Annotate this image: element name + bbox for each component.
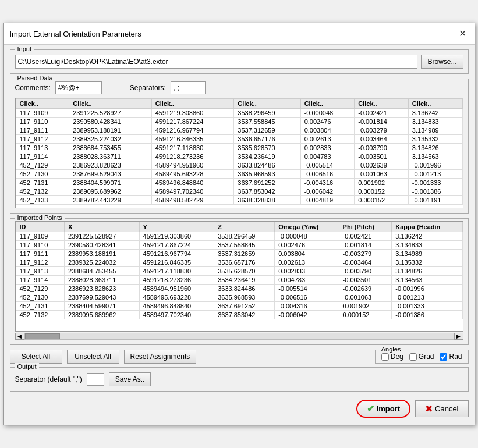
file-path-input[interactable] — [15, 55, 418, 69]
parsed-header-row: Click..Click..Click..Click..Click..Click… — [16, 99, 462, 109]
table-cell: 2389782.443229 — [69, 196, 152, 205]
table-cell: 452_7131 — [16, 302, 64, 311]
cancel-button[interactable]: ✖ Cancel — [415, 400, 468, 417]
imported-table: IDXYZOmega (Yaw)Phi (Pitch)Kappa (Headin… — [16, 222, 463, 319]
separator-label: Separator (default ",") — [15, 375, 82, 383]
table-cell: 4589495.693228 — [151, 170, 234, 179]
table-row[interactable]: 117_91142388028.3637114591218.2732363534… — [16, 276, 462, 285]
parsed-col-header[interactable]: Click.. — [16, 99, 69, 109]
dialog-body: Input Browse... Parsed Data Comments: Se… — [4, 45, 475, 425]
table-cell: 3.134833 — [408, 118, 462, 126]
input-group-label: Input — [15, 45, 34, 52]
scroll-left-btn[interactable]: ◀ — [15, 333, 24, 340]
table-cell: 3.134826 — [392, 267, 462, 276]
table-cell: 2388028.363711 — [69, 152, 152, 161]
table-row[interactable]: 117_91092391225.5289274591219.3038603538… — [16, 232, 462, 241]
table-row[interactable]: 452_71322389095.6899624589497.7023403637… — [16, 311, 462, 319]
browse-button[interactable]: Browse... — [421, 55, 463, 69]
table-cell: 0.000152 — [339, 311, 392, 319]
table-cell: 2389953.188191 — [64, 250, 139, 258]
table-row: 117_91112389953.1881914591216.9677943537… — [16, 126, 462, 135]
grad-checkbox-label[interactable]: Grad — [409, 353, 434, 361]
parsed-col-header[interactable]: Click.. — [234, 99, 300, 109]
save-as-button[interactable]: Save As.. — [109, 372, 151, 386]
table-cell: -0.001063 — [339, 293, 392, 302]
table-cell: 3633.824486 — [214, 285, 275, 293]
table-cell: 2388684.753455 — [64, 267, 139, 276]
table-cell: 117_9110 — [16, 241, 64, 250]
imported-col-header[interactable]: X — [64, 222, 139, 232]
table-cell: 3.134989 — [408, 126, 462, 135]
grad-checkbox[interactable] — [409, 353, 417, 361]
deg-checkbox-label[interactable]: Deg — [381, 353, 403, 361]
table-cell: -0.003501 — [355, 152, 409, 161]
comments-input[interactable] — [55, 81, 102, 94]
imported-col-header[interactable]: Kappa (Headin — [392, 222, 462, 232]
table-cell: -0.001814 — [339, 241, 392, 250]
table-cell: 117_9110 — [16, 118, 69, 126]
table-row[interactable]: 452_71302387699.5290434589495.6932283635… — [16, 293, 462, 302]
imported-col-header[interactable]: Omega (Yaw) — [275, 222, 339, 232]
parsed-col-header[interactable]: Click.. — [69, 99, 152, 109]
table-row[interactable]: 117_91132388684.7534554591217.1188303535… — [16, 267, 462, 276]
table-cell: 3535.628570 — [214, 267, 275, 276]
table-cell: 3537.558845 — [234, 118, 300, 126]
table-cell: 452_7130 — [16, 293, 64, 302]
parsed-col-header[interactable]: Click.. — [151, 99, 234, 109]
rad-checkbox-label[interactable]: Rad — [440, 353, 462, 361]
imported-col-header[interactable]: Z — [214, 222, 275, 232]
imported-col-header[interactable]: Phi (Pitch) — [339, 222, 392, 232]
separator-input[interactable] — [87, 373, 104, 386]
unselect-all-button[interactable]: Unselect All — [67, 350, 119, 364]
parsed-col-header[interactable]: Click.. — [408, 99, 462, 109]
table-row[interactable]: 117_91122389325.2240324591216.8463353536… — [16, 258, 462, 267]
close-button[interactable]: ✕ — [456, 28, 469, 40]
deg-checkbox[interactable] — [381, 353, 389, 361]
table-cell: -0.001063 — [355, 170, 409, 179]
parsed-col-header[interactable]: Click.. — [355, 99, 409, 109]
table-cell: 2386923.828623 — [64, 285, 139, 293]
table-cell: 117_9112 — [16, 258, 64, 267]
parsed-table-container[interactable]: Click..Click..Click..Click..Click..Click… — [15, 98, 463, 208]
table-cell: 452_7129 — [16, 161, 69, 170]
import-button[interactable]: ✔ Import — [356, 400, 410, 418]
table-cell: 117_9111 — [16, 250, 64, 258]
table-row[interactable]: 117_91112389953.1881914591216.9677943537… — [16, 250, 462, 258]
table-cell: 117_9112 — [16, 135, 69, 144]
separators-input[interactable] — [171, 81, 206, 94]
scroll-thumb[interactable] — [25, 333, 60, 339]
table-row[interactable]: 452_71292386923.8286234589494.9519603633… — [16, 285, 462, 293]
scroll-right-btn[interactable]: ▶ — [454, 333, 463, 340]
table-cell: 2390580.428341 — [69, 118, 152, 126]
angles-group: Angles Deg Grad Rad — [375, 350, 469, 364]
table-cell: 117_9111 — [16, 126, 69, 135]
table-cell: 0.004783 — [275, 276, 339, 285]
table-cell: 117_9113 — [16, 267, 64, 276]
table-row[interactable]: 452_71312388404.5990714589496.8488403637… — [16, 302, 462, 311]
table-row[interactable]: 117_91102390580.4283414591217.8672243537… — [16, 241, 462, 250]
table-cell: 452_7129 — [16, 285, 64, 293]
rad-checkbox[interactable] — [440, 353, 447, 361]
table-cell: 3635.968593 — [234, 170, 300, 179]
table-cell: -0.001386 — [408, 187, 462, 196]
parsed-table-body: 117_91092391225.5289274591219.3038603538… — [16, 109, 462, 205]
table-cell: 452_7130 — [16, 170, 69, 179]
table-cell: 4591219.303860 — [139, 232, 214, 241]
select-all-button[interactable]: Select All — [10, 350, 62, 364]
input-row: Browse... — [15, 55, 463, 69]
input-group: Input Browse... — [10, 49, 469, 74]
scroll-track[interactable] — [24, 333, 454, 340]
imported-col-header[interactable]: ID — [16, 222, 64, 232]
comments-label: Comments: — [15, 84, 51, 92]
parsed-table: Click..Click..Click..Click..Click..Click… — [16, 98, 463, 205]
dialog: Import External Orientation Parameters ✕… — [3, 23, 475, 425]
reset-assignments-button[interactable]: Reset Assignments — [124, 350, 197, 364]
imported-table-container[interactable]: IDXYZOmega (Yaw)Phi (Pitch)Kappa (Headin… — [15, 221, 463, 332]
parsed-col-header[interactable]: Click.. — [300, 99, 355, 109]
table-cell: 3.134989 — [392, 250, 462, 258]
imported-col-header[interactable]: Y — [139, 222, 214, 232]
table-cell: -0.006516 — [300, 170, 355, 179]
table-cell: 3.135332 — [392, 258, 462, 267]
table-cell: -0.003279 — [339, 250, 392, 258]
table-cell: 4591217.867224 — [139, 241, 214, 250]
